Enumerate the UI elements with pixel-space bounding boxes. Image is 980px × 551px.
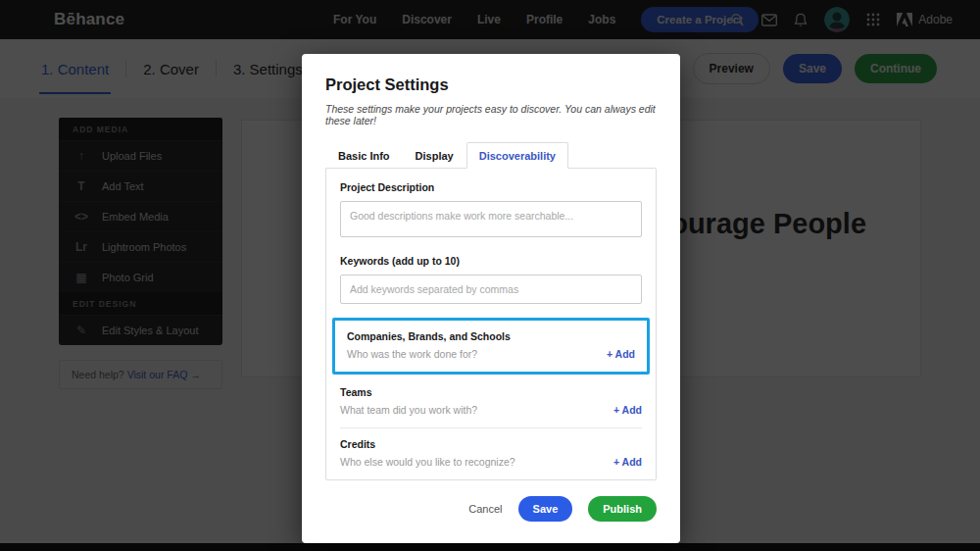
row-title: Teams	[340, 386, 642, 398]
modal-subtitle: These settings make your projects easy t…	[325, 103, 657, 126]
add-team-link[interactable]: + Add	[613, 404, 642, 416]
modal-save-button[interactable]: Save	[518, 496, 573, 522]
add-company-link[interactable]: + Add	[607, 348, 635, 360]
discoverability-panel: Project Description Keywords (add up to …	[325, 168, 657, 480]
row-title: Credits	[340, 438, 642, 450]
keywords-input[interactable]	[340, 275, 642, 304]
project-description-field: Project Description	[340, 181, 642, 241]
row-subtitle: Who else would you like to recognize?	[340, 456, 515, 468]
teams-row[interactable]: Teams What team did you work with? + Add	[340, 376, 642, 427]
modal-title: Project Settings	[325, 75, 657, 94]
keywords-label: Keywords (add up to 10)	[340, 255, 642, 267]
tab-basic-info[interactable]: Basic Info	[325, 142, 403, 169]
row-subtitle: What team did you work with?	[340, 404, 477, 416]
row-title: Companies, Brands, and Schools	[347, 330, 635, 342]
cancel-button[interactable]: Cancel	[468, 503, 502, 515]
tab-discoverability[interactable]: Discoverability	[466, 142, 568, 169]
project-settings-modal: Project Settings These settings make you…	[302, 54, 680, 543]
add-credit-link[interactable]: + Add	[613, 456, 642, 468]
modal-footer: Cancel Save Publish	[325, 496, 657, 522]
tab-display[interactable]: Display	[403, 142, 466, 169]
credits-row[interactable]: Credits Who else would you like to recog…	[340, 427, 642, 479]
project-description-label: Project Description	[340, 181, 642, 193]
project-description-input[interactable]	[340, 201, 642, 237]
companies-brands-schools-row[interactable]: Companies, Brands, and Schools Who was t…	[332, 318, 650, 375]
publish-button[interactable]: Publish	[588, 496, 657, 522]
keywords-field: Keywords (add up to 10)	[340, 255, 642, 304]
row-subtitle: Who was the work done for?	[347, 348, 477, 360]
modal-tabs: Basic Info Display Discoverability	[325, 142, 657, 168]
